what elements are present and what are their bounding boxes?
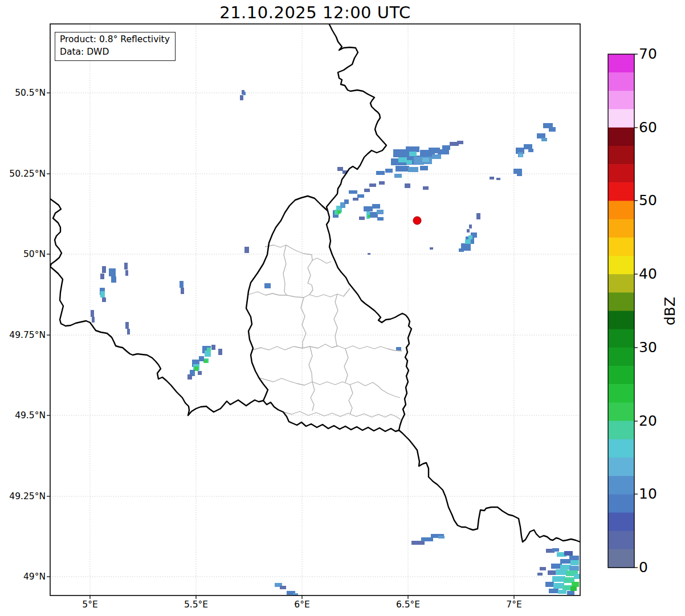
radar-figure: 21.10.2025 12:00 UTC [0,0,685,616]
colorbar-band [608,72,634,91]
radar-echo-cell [369,183,376,187]
colorbar-band [608,219,634,238]
radar-echo-cell [198,371,202,375]
radar-echo-cell [438,149,449,154]
radar-echo-cell [490,177,494,180]
radar-echo-cell [240,95,243,100]
colorbar-band [608,549,634,568]
y-tick-label: 49.5°N [0,410,46,421]
radar-echo-cell [125,322,129,329]
colorbar-band [608,512,634,531]
radar-site-marker [413,217,421,225]
radar-echo-cell [204,360,207,363]
y-tick-label: 50.25°N [0,168,46,180]
radar-echo-cell [364,189,370,192]
radar-echo-cell [552,548,559,552]
radar-echo-cell [421,537,433,541]
colorbar-tick-label: 10 [639,486,673,503]
radar-echo-cell [349,190,357,194]
radar-echo-cell [92,317,95,323]
annotation-product-line: Product: 0.8° Reflectivity [60,34,170,46]
colorbar [608,54,638,568]
radar-echo-cell [569,566,579,571]
radar-echo-cell [524,144,532,149]
radar-echo-cell [517,173,522,176]
colorbar-band [608,182,634,201]
radar-echo-cell [572,582,579,587]
colorbar-band [608,164,634,183]
radar-echo-cell [376,171,385,175]
colorbar-band [608,402,634,421]
colorbar-band [608,458,634,476]
colorbar-band [608,384,634,403]
colorbar-band [608,476,634,495]
colorbar-band [608,531,634,550]
radar-echo-cell [570,586,577,591]
radar-echo-cell [570,560,579,565]
radar-echo-cell [496,178,500,180]
radar-echo-cell [194,366,198,371]
radar-echo-cell [432,154,441,159]
colorbar-band [608,274,634,293]
x-tick-label: 5°E [64,599,116,610]
radar-echo-cell [409,152,417,156]
radar-echo-cell [102,266,106,273]
radar-echo-cell [537,133,545,138]
radar-echo-cell [467,229,470,232]
colorbar-band [608,311,634,330]
radar-echo-cell [211,345,215,350]
radar-echo-cell [353,198,358,201]
radar-echo-cell [357,194,364,198]
colorbar-band [608,201,634,219]
y-tick-label: 49.25°N [0,491,46,502]
radar-echo-cell [420,166,428,170]
radar-echo-cell [476,213,480,219]
radar-echo-cell [540,567,546,570]
radar-echo-cell [408,167,418,172]
radar-echo-cell [574,574,580,579]
radar-echo-cell [124,263,128,270]
radar-echo-cell [560,559,572,564]
annotation-data-line: Data: DWD [60,46,170,59]
radar-echo-cell [567,591,574,595]
radar-echo-cell [377,217,384,221]
radar-echo-cell [368,253,370,255]
radar-echo-cell [337,210,341,214]
radar-echo-cell [394,174,402,178]
radar-echo-cell [459,248,464,252]
radar-echo-cell [423,186,429,190]
radar-echo-cell [457,141,463,144]
radar-echo-cell [469,225,472,229]
radar-echo-cell [545,582,554,587]
radar-echo-cell [127,329,130,334]
radar-echo-cell [406,146,419,152]
colorbar-band [608,366,634,385]
colorbar-band [608,421,634,440]
map-canvas [0,0,685,616]
y-tick-label: 50°N [0,248,46,260]
colorbar-tick-label: 50 [639,192,673,209]
radar-echo-cell [111,276,116,283]
radar-echo-cell [398,157,407,162]
colorbar-band [608,109,634,128]
radar-echo-cell [180,281,184,288]
colorbar-band [608,256,634,275]
radar-echo-cell [564,551,573,556]
colorbar-tick-label: 60 [639,119,673,136]
x-tick-label: 5.5°E [170,599,222,610]
colorbar-tick-label: 30 [639,339,673,356]
product-annotation-box: Product: 0.8° Reflectivity Data: DWD [55,32,176,61]
radar-echo-cell [468,235,472,239]
radar-echo-cell [395,166,409,172]
radar-echo-cell [549,127,556,132]
radar-echo-cell [100,274,104,279]
y-tick-label: 49.75°N [0,329,46,341]
x-tick-label: 7°E [488,599,540,610]
x-tick-label: 6°E [276,599,328,610]
radar-echo-cell [181,288,184,294]
radar-echo-cell [264,283,271,288]
colorbar-band [608,494,634,513]
radar-echo-cell [519,154,523,157]
radar-echo-cell [405,183,410,188]
radar-echo-cell [385,169,393,173]
